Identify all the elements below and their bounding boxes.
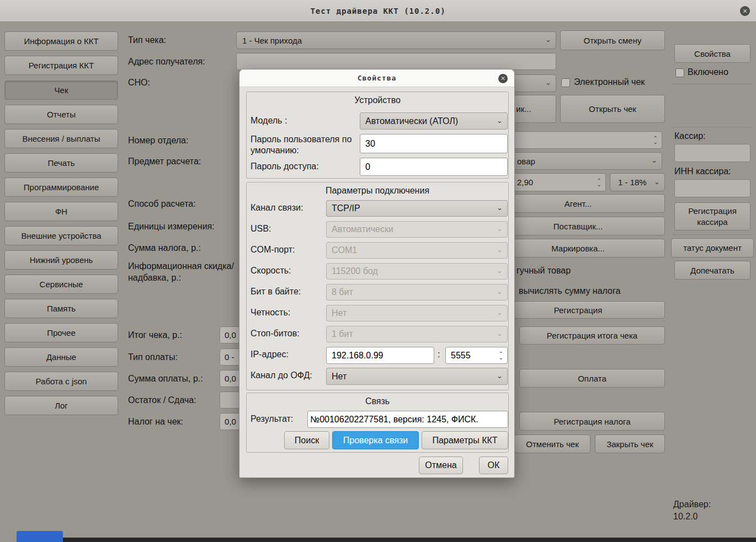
dialog-title: Свойства [358,74,397,82]
driver-label: Драйвер: [673,500,711,509]
divider [672,127,753,127]
receipt-type-dropdown[interactable]: 1 - Чек прихода ⌄ [236,31,556,49]
device-group: Устройство Модель : Автоматически (АТОЛ)… [246,92,509,179]
cashier-input[interactable] [674,144,750,162]
result-label: Результат: [251,414,293,424]
recipient-address-label: Адрес получателя: [128,57,205,67]
sidebar-item-programming[interactable]: Программирование [4,178,118,197]
cashier-inn-label: ИНН кассира: [674,167,731,176]
sidebar-item-service[interactable]: Сервисные [4,275,118,294]
open-receipt-button[interactable]: Открыть чек [560,95,665,123]
chevron-down-icon: ⌄ [497,116,503,125]
divider [672,234,753,235]
cashier-registration-button[interactable]: Регистрация кассира [674,202,750,230]
model-label: Модель : [251,116,287,126]
ip-address-input[interactable]: 192.168.0.99 [326,347,434,364]
recipient-address-input[interactable] [236,53,556,70]
connection-group: Параметры подключения Канал связи: TCP/I… [246,182,509,390]
enabled-checkbox[interactable] [675,68,684,77]
cancel-button[interactable]: Отмена [419,457,463,474]
sidebar-item-low-level[interactable]: Нижний уровень [4,250,118,270]
stop-bits-label: Стоп-битов: [251,329,300,339]
search-button[interactable]: Поиск [284,431,329,449]
sidebar-item-reports[interactable]: Отчеты [4,105,118,124]
document-status-button[interactable]: татус документ [671,238,754,257]
tax-rate-dropdown[interactable]: 1 - 18% ⌄ [610,173,665,191]
cancel-receipt-button[interactable]: Отменить чек [514,434,590,453]
sidebar-item-memory[interactable]: Память [4,299,118,318]
cashier-inn-input[interactable] [674,179,750,197]
port-spinner[interactable]: 5555 ⌃⌄ [445,347,508,364]
sno-label: СНО: [128,78,150,88]
stop-bits-dropdown: 1 бит ⌄ [326,326,508,342]
com-port-label: COM-порт: [251,245,295,255]
sidebar-item-kkt-registration[interactable]: Регистрация ККТ [4,56,118,75]
chevron-down-icon: ⌄ [497,329,503,337]
properties-button[interactable]: Свойства [674,44,750,63]
result-input[interactable]: №00106202277581, версия: 1245, ФИСК. [307,411,508,428]
electronic-receipt-label: Электронный чек [574,77,645,87]
chevron-down-icon: ⌄ [651,156,657,164]
sidebar-item-log[interactable]: Лог [4,396,118,415]
sidebar-item-kkt-info[interactable]: Информация о ККТ [4,31,118,51]
payment-button[interactable]: Оплата [519,369,665,388]
marking-button[interactable]: Маркировка... [491,239,665,257]
sidebar-item-fn[interactable]: ФН [4,202,118,221]
open-shift-button[interactable]: Открыть смену [560,30,665,50]
tax-sum-label: Сумма налога, р.: [128,243,201,253]
usb-dropdown: Автоматически ⌄ [326,221,508,238]
kkt-params-button[interactable]: Параметры ККТ [422,431,508,449]
sidebar-item-deposits-payouts[interactable]: Внесения / выплаты [4,129,118,148]
sidebar-item-other[interactable]: Прочее [4,323,118,342]
window-close-icon[interactable]: ✕ [740,6,750,16]
bits-label: Бит в байте: [251,287,301,297]
sidebar-item-data[interactable]: Данные [4,347,118,367]
parity-label: Четность: [251,308,290,318]
reg-tax-button[interactable]: Регистрация налога [519,412,665,431]
payment-sum-label: Сумма оплаты, р.: [128,374,203,384]
device-group-title: Устройство [247,95,508,105]
receipt-type-label: Тип чека: [128,35,166,45]
chevron-down-icon: ⌄ [497,266,503,275]
print-more-button[interactable]: Допечатать [674,261,750,280]
settlement-method-label: Способ расчета: [128,199,196,209]
info-discount-label: Информационная скидка/надбавка, р.: [128,260,238,283]
channel-dropdown[interactable]: TCP/IP ⌄ [326,200,508,217]
taskbar-active-app[interactable] [17,531,63,542]
sidebar-item-json[interactable]: Работа с json [4,372,118,391]
registration-button[interactable]: Регистрация [491,301,665,319]
sidebar-item-receipt[interactable]: Чек [4,81,118,100]
chevron-down-icon: ⌄ [654,178,660,186]
sidebar-item-print[interactable]: Печать [4,153,118,173]
electronic-receipt-checkbox[interactable] [561,78,570,87]
chevron-down-icon: ⌄ [497,245,503,254]
speed-dropdown: 115200 бод ⌄ [326,263,508,280]
access-password-label: Пароль доступа: [251,162,319,171]
payment-type-label: Тип оплаты: [128,352,178,362]
close-receipt-button[interactable]: Закрыть чек [595,434,665,453]
spinner-arrows-icon[interactable]: ⌃⌄ [653,136,658,144]
supplier-button[interactable]: Поставщик... [491,217,665,235]
chevron-down-icon: ⌄ [497,203,503,212]
receipt-tax-label: Налог на чек: [128,417,183,427]
divider [672,84,753,84]
ofd-channel-dropdown[interactable]: Нет ⌄ [326,368,508,385]
user-password-input[interactable]: 30 [360,134,508,153]
ip-port-separator: : [438,350,440,359]
dialog-close-icon[interactable]: ✕ [498,74,508,83]
sidebar-item-external-devices[interactable]: Внешние устройства [4,226,118,245]
reg-total-button[interactable]: Регистрация итога чека [519,326,665,345]
check-connection-button[interactable]: Проверка связи [332,431,419,449]
model-dropdown[interactable]: Автоматически (АТОЛ) ⌄ [360,112,508,130]
access-password-input[interactable]: 0 [360,158,508,176]
change-label: Остаток / Сдача: [128,395,196,405]
channel-label: Канал связи: [251,203,303,213]
chevron-down-icon: ⌄ [497,372,503,380]
spinner-arrows-icon[interactable]: ⌃⌄ [597,179,601,186]
spinner-arrows-icon[interactable]: ⌃⌄ [499,352,503,359]
ok-button[interactable]: ОК [479,457,508,474]
agent-button[interactable]: Агент... [491,194,665,213]
chevron-down-icon: ⌄ [497,287,503,296]
chevron-down-icon: ⌄ [545,78,551,87]
properties-dialog: Свойства ✕ Устройство Модель : Автоматич… [239,69,515,478]
